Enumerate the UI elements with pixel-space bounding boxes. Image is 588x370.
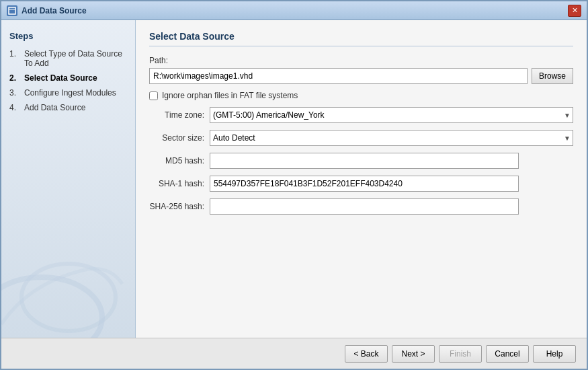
window-title: Add Data Source <box>22 6 87 15</box>
steps-list: 1. Select Type of Data Source To Add 2. … <box>9 49 127 112</box>
sha256-input[interactable] <box>210 198 519 215</box>
title-bar: Add Data Source ✕ <box>1 1 587 20</box>
timezone-dropdown-wrap: (GMT-5:00) America/New_York (GMT+0:00) U… <box>210 107 573 123</box>
cancel-button[interactable]: Cancel <box>486 345 529 363</box>
title-bar-left: Add Data Source <box>7 5 87 16</box>
orphan-label: Ignore orphan files in FAT file systems <box>162 91 298 100</box>
section-title: Select Data Source <box>149 31 573 46</box>
window-body: Steps 1. Select Type of Data Source To A… <box>1 20 587 338</box>
add-data-source-window: Add Data Source ✕ Steps 1. Select Type o… <box>0 0 588 370</box>
sector-dropdown-wrap: Auto Detect 512 1024 2048 4096 ▼ <box>210 130 573 146</box>
next-button[interactable]: Next > <box>392 345 435 363</box>
timezone-select[interactable]: (GMT-5:00) America/New_York (GMT+0:00) U… <box>210 107 573 123</box>
md5-label: MD5 hash: <box>149 156 210 165</box>
step-4: 4. Add Data Source <box>9 103 127 112</box>
window-icon <box>7 5 17 16</box>
sidebar: Steps 1. Select Type of Data Source To A… <box>1 20 136 338</box>
step-3: 3. Configure Ingest Modules <box>9 88 127 98</box>
timezone-label: Time zone: <box>149 110 210 120</box>
md5-group: MD5 hash: <box>149 153 573 169</box>
close-button[interactable]: ✕ <box>568 5 581 17</box>
sha256-label: SHA-256 hash: <box>149 202 210 211</box>
back-button[interactable]: < Back <box>345 345 388 363</box>
svg-rect-0 <box>9 7 15 14</box>
sector-label: Sector size: <box>149 133 210 143</box>
sha1-group: SHA-1 hash: <box>149 176 573 192</box>
timezone-group: Time zone: (GMT-5:00) America/New_York (… <box>149 107 573 123</box>
step-2: 2. Select Data Source <box>9 73 127 83</box>
finish-button[interactable]: Finish <box>439 345 482 363</box>
sidebar-watermark <box>1 230 136 338</box>
help-button[interactable]: Help <box>533 345 576 363</box>
footer: < Back Next > Finish Cancel Help <box>1 338 587 369</box>
step-1: 1. Select Type of Data Source To Add <box>9 49 127 68</box>
md5-input[interactable] <box>210 153 519 169</box>
orphan-checkbox-row: Ignore orphan files in FAT file systems <box>149 91 573 100</box>
sha256-group: SHA-256 hash: <box>149 198 573 215</box>
path-row: Browse <box>149 68 573 84</box>
path-label: Path: <box>149 56 573 65</box>
sector-group: Sector size: Auto Detect 512 1024 2048 4… <box>149 130 573 146</box>
browse-button[interactable]: Browse <box>532 68 573 84</box>
sha1-label: SHA-1 hash: <box>149 179 210 188</box>
orphan-checkbox[interactable] <box>149 91 158 100</box>
path-input[interactable] <box>149 68 528 84</box>
sidebar-title: Steps <box>9 31 127 41</box>
sector-select[interactable]: Auto Detect 512 1024 2048 4096 <box>210 130 573 146</box>
sha1-input[interactable] <box>210 176 519 192</box>
main-content: Select Data Source Path: Browse Ignore o… <box>136 20 587 338</box>
